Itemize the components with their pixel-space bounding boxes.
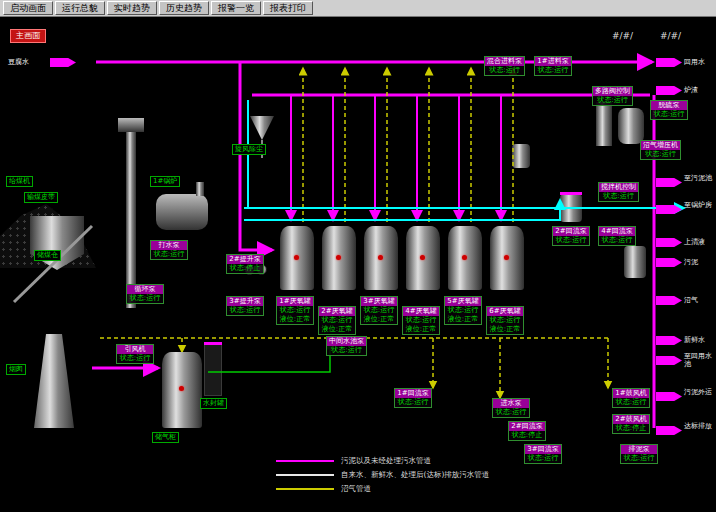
digester-tank-5[interactable] bbox=[448, 226, 482, 290]
status-box-row: 状态:运行 bbox=[599, 192, 638, 201]
status-box-row: 状态:运行 bbox=[493, 408, 529, 417]
digester-status-box-2[interactable]: 2#厌氧罐 状态:运行 液位:正常 bbox=[318, 306, 356, 335]
digester-status-box-4[interactable]: 4#厌氧罐 状态:运行 液位:正常 bbox=[402, 306, 440, 335]
digester-status: 状态:运行 bbox=[487, 316, 523, 325]
status-box-row: 状态:运行 bbox=[651, 110, 687, 119]
label-cyclone: 旋风除尘 bbox=[232, 144, 266, 155]
status-box-sludge-pump[interactable]: 排泥泵 状态:运行 bbox=[620, 444, 658, 464]
status-box-header: 3#回流泵 bbox=[525, 445, 561, 454]
label-coal-feeder: 给煤机 bbox=[6, 176, 33, 187]
legend-row-sludge: 污泥以及未经处理污水管道 bbox=[276, 454, 489, 468]
digester-tank-6[interactable] bbox=[490, 226, 524, 290]
legend-label: 污泥以及未经处理污水管道 bbox=[341, 456, 431, 466]
status-box-return-pump-4[interactable]: 4#回流泵 状态:运行 bbox=[598, 226, 636, 246]
status-box-row: 状态:停止 bbox=[227, 264, 263, 273]
status-box-header: 2#回流泵 bbox=[509, 422, 545, 431]
status-box-blower-1[interactable]: 1#鼓风机 状态:运行 bbox=[612, 388, 650, 408]
digester-status-box-6[interactable]: 6#厌氧罐 状态:运行 液位:正常 bbox=[486, 306, 524, 335]
outlet-label: 炉渣 bbox=[684, 86, 714, 94]
legend-label: 沼气管道 bbox=[341, 484, 371, 494]
digester-status: 状态:运行 bbox=[277, 306, 313, 315]
pipe-network bbox=[0, 0, 716, 512]
digester-tank-4[interactable] bbox=[406, 226, 440, 290]
legend-line-yellow-icon bbox=[276, 488, 334, 490]
digester-level: 液位:正常 bbox=[445, 315, 481, 324]
digester-level: 液位:正常 bbox=[277, 315, 313, 324]
seal-tank-cap bbox=[204, 342, 222, 345]
legend-line-white-icon bbox=[276, 474, 334, 476]
status-box-header: 引风机 bbox=[117, 345, 153, 354]
status-box-circ-pump[interactable]: 循环泵 状态:运行 bbox=[126, 284, 164, 304]
status-box-row: 状态:运行 bbox=[599, 236, 635, 245]
digester-tank-1[interactable] bbox=[280, 226, 314, 290]
legend-row-biogas: 沼气管道 bbox=[276, 482, 489, 496]
status-box-mix-feed-pump[interactable]: 混合进料泵 状态:运行 bbox=[484, 56, 525, 76]
digester-level: 液位:正常 bbox=[403, 325, 439, 334]
digester-status-box-1[interactable]: 1#厌氧罐 状态:运行 液位:正常 bbox=[276, 296, 314, 325]
status-box-row: 状态:运行 bbox=[641, 150, 680, 159]
status-box-id-fan[interactable]: 引风机 状态:运行 bbox=[116, 344, 154, 364]
status-box-return-pump-1[interactable]: 1#回流泵 状态:运行 bbox=[394, 388, 432, 408]
status-box-mid-pool-pump[interactable]: 中间水池泵 状态:运行 bbox=[326, 336, 367, 356]
digester-status: 状态:运行 bbox=[445, 306, 481, 315]
digester-name: 6#厌氧罐 bbox=[487, 307, 523, 316]
status-box-header: 打水泵 bbox=[151, 241, 187, 250]
digester-name: 5#厌氧罐 bbox=[445, 297, 481, 306]
status-box-mixer[interactable]: 搅拌机控制 状态:运行 bbox=[598, 182, 639, 202]
digester-name: 2#厌氧罐 bbox=[319, 307, 355, 316]
digester-level: 液位:正常 bbox=[487, 325, 523, 334]
digester-tank-3[interactable] bbox=[364, 226, 398, 290]
digester-name: 3#厌氧罐 bbox=[361, 297, 397, 306]
status-box-row: 状态:运行 bbox=[613, 398, 649, 407]
status-box-return-pump-2[interactable]: 2#回流泵 状态:运行 bbox=[552, 226, 590, 246]
digester-name: 1#厌氧罐 bbox=[277, 297, 313, 306]
status-box-lift-pump-3[interactable]: 3#提升泵 状态:运行 bbox=[226, 296, 264, 316]
gas-holder-tank[interactable] bbox=[162, 352, 202, 428]
status-box-header: 中间水池泵 bbox=[327, 337, 366, 346]
digester-status: 状态:运行 bbox=[403, 316, 439, 325]
status-box-header: 2#提升泵 bbox=[227, 255, 263, 264]
status-box-header: 多路阀控制 bbox=[593, 87, 632, 96]
status-box-header: 循环泵 bbox=[127, 285, 163, 294]
status-box-water-pump[interactable]: 打水泵 状态:运行 bbox=[150, 240, 188, 260]
legend-label: 自来水、新鲜水、处理后(达标)排放污水管道 bbox=[341, 470, 489, 480]
inlet-label: 豆腐水 bbox=[8, 58, 42, 66]
label-boiler: 1#锅炉 bbox=[150, 176, 180, 187]
digester-level: 液位:正常 bbox=[319, 325, 355, 334]
status-box-row: 状态:运行 bbox=[593, 96, 632, 105]
status-box-row: 状态:运行 bbox=[553, 236, 589, 245]
small-vessel-2-cap bbox=[560, 192, 582, 195]
digester-tank-2[interactable] bbox=[322, 226, 356, 290]
status-box-row: 状态:运行 bbox=[227, 306, 263, 315]
status-box-row: 状态:运行 bbox=[117, 354, 153, 363]
status-box-desulf-pump[interactable]: 脱硫泵 状态:运行 bbox=[650, 100, 688, 120]
label-chimney: 烟囱 bbox=[6, 364, 26, 375]
status-box-header: 1#进料泵 bbox=[535, 57, 571, 66]
status-box-header: 混合进料泵 bbox=[485, 57, 524, 66]
outlet-label: 污泥外运 bbox=[684, 388, 714, 396]
status-box-lift-pump-2[interactable]: 2#提升泵 状态:停止 bbox=[226, 254, 264, 274]
status-box-gas-booster[interactable]: 沼气增压机 状态:运行 bbox=[640, 140, 681, 160]
status-box-return-pump-3[interactable]: 3#回流泵 状态:运行 bbox=[524, 444, 562, 464]
outlet-label: 回用水 bbox=[684, 58, 714, 66]
outlet-label: 沼气 bbox=[684, 296, 714, 304]
outlet-label: 至锅炉房 bbox=[684, 201, 714, 209]
status-box-row: 状态:停止 bbox=[613, 424, 649, 433]
digester-status-box-3[interactable]: 3#厌氧罐 状态:运行 液位:正常 bbox=[360, 296, 398, 325]
scada-main-screen: 启动画面 运行总貌 实时趋势 历史趋势 报警一览 报表打印 主画面 #/#/ #… bbox=[0, 0, 716, 512]
legend-line-magenta-icon bbox=[276, 460, 334, 462]
status-box-header: 排泥泵 bbox=[621, 445, 657, 454]
status-box-row: 状态:运行 bbox=[535, 66, 571, 75]
outlet-label: 至污泥池 bbox=[684, 174, 714, 182]
status-box-inlet-pump[interactable]: 进水泵 状态:运行 bbox=[492, 398, 530, 418]
status-box-blower-2[interactable]: 2#鼓风机 状态:停止 bbox=[612, 414, 650, 434]
status-box-row: 状态:运行 bbox=[395, 398, 431, 407]
status-box-header: 1#鼓风机 bbox=[613, 389, 649, 398]
digester-status-box-5[interactable]: 5#厌氧罐 状态:运行 液位:正常 bbox=[444, 296, 482, 325]
status-box-multi-valve[interactable]: 多路阀控制 状态:运行 bbox=[592, 86, 633, 106]
status-box-header: 2#回流泵 bbox=[553, 227, 589, 236]
status-box-return-pump-2b[interactable]: 2#回流泵 状态:停止 bbox=[508, 421, 546, 441]
outlet-label: 上清液 bbox=[684, 238, 714, 246]
status-box-row: 状态:运行 bbox=[151, 250, 187, 259]
status-box-feed-pump-1[interactable]: 1#进料泵 状态:运行 bbox=[534, 56, 572, 76]
